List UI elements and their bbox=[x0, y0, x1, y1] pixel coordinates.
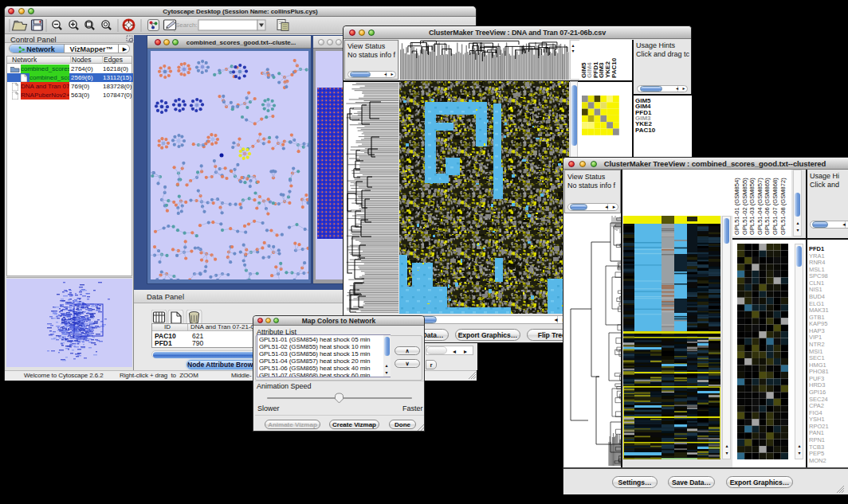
svg-text:GPL51-07 (GSM868): GPL51-07 (GSM868) bbox=[771, 178, 779, 235]
svg-text:GPL51-02 (GSM855): GPL51-02 (GSM855) bbox=[741, 178, 748, 235]
svg-text:GPL51-04 (GSM857): GPL51-04 (GSM857) bbox=[756, 178, 764, 235]
svg-text:GPL51-06 (GSM865): GPL51-06 (GSM865) bbox=[764, 178, 771, 235]
svg-text:GPL51-01 (GSM854): GPL51-01 (GSM854) bbox=[733, 178, 740, 235]
svg-text:Search:: Search: bbox=[175, 21, 198, 29]
svg-text:GPL51-03 (GSM856): GPL51-03 (GSM856) bbox=[748, 178, 756, 235]
svg-text:GPL51-08 (GSM872): GPL51-08 (GSM872) bbox=[779, 178, 787, 235]
svg-text:PAC10: PAC10 bbox=[610, 57, 618, 78]
